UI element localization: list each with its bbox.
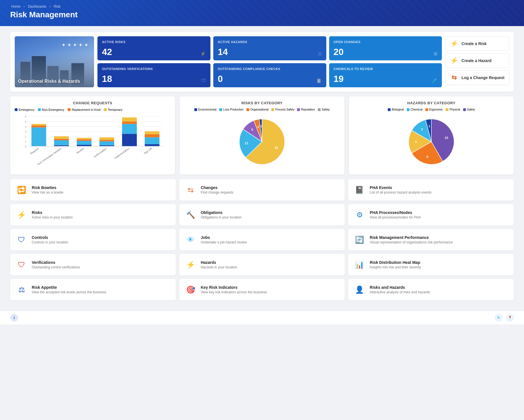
nav-tile-text: Risk Bowties View risk as a bowtie [32,185,63,194]
nav-tile-desc: View key risk indicators across the busi… [201,290,267,294]
nav-tile-text: Verifications Outstanding control verifi… [32,260,80,269]
header: Home › Dashboards › Risk Risk Management [0,0,524,26]
svg-text:1: 1 [25,140,26,143]
nav-tile-desc: Obligations in your location [201,215,242,219]
svg-rect-28 [99,145,114,147]
svg-text:2: 2 [257,125,259,128]
nav-tile-title: Risk Bowties [32,185,63,190]
stat-icon: ⚠ [318,51,322,56]
hazards-by-category-chart: HAZARDS BY CATEGORY BiologicalChemicalEr… [349,96,514,175]
nav-tile-text: Jobs Undertake a job hazard review [201,235,247,244]
nav-tile-text: Risk Management Performance Visual repre… [370,235,453,244]
breadcrumb-home[interactable]: Home [11,5,20,9]
stat-value: 18 [102,74,112,83]
svg-rect-24 [77,141,91,145]
nav-tile-title: Risk Distribution Heat Map [370,260,421,265]
nav-tile-risks[interactable]: ⚡ Risks Active risks in your location [10,204,176,226]
svg-text:5: 5 [25,120,26,123]
nav-tile-title: Verifications [32,260,80,265]
stat-value: 14 [218,47,228,56]
nav-tile-risk-bowties[interactable]: 🔁 Risk Bowties View risk as a bowtie [10,179,176,201]
info-icon[interactable]: i [10,314,18,322]
nav-tile-jobs[interactable]: 👁 Jobs Undertake a job hazard review [179,229,345,251]
nav-tile-text: PHA Events List of all process hazard an… [370,185,431,194]
nav-tile-desc: View all processes/nodes for PHA [370,215,421,219]
action-btn-create-hazard[interactable]: ⚡ Create a Hazard [445,53,509,68]
refresh-icon[interactable]: ↻ [495,314,502,322]
legend-item: Emergency [15,108,35,111]
nav-tile-icon: ⚖ [15,283,28,296]
nav-tile-icon: ⚡ [184,258,197,271]
nav-tile-desc: View the accepted risk levels across the… [32,290,106,294]
nav-tile-title: Changes [201,185,233,190]
stat-icon: ⚡ [200,51,206,56]
svg-rect-18 [54,145,69,147]
svg-text:10: 10 [445,136,448,139]
nav-tile-obligations[interactable]: 🔨 Obligations Obligations in your locati… [179,204,345,226]
pie-legend-item: Physical [446,108,460,111]
svg-rect-34 [122,124,137,134]
stat-tile-chemicals-review: CHEMICALS TO REVIEW 19 🧪 [329,63,442,87]
top-card: ✦ ✦ ✦ ✦ ✦ Operational Risks & Hazards AC… [10,32,514,92]
stat-icon: 🛡 [201,78,206,83]
nav-tile-icon: 📓 [353,184,366,196]
nav-tile-pha-events[interactable]: 📓 PHA Events List of all process hazard … [348,179,514,201]
pie-legend-item: Loss Production [219,108,244,111]
svg-text:4: 4 [415,140,417,143]
nav-tile-risk-appetite[interactable]: ⚖ Risk Appetite View the accepted risk l… [10,279,176,300]
nav-tile-text: Obligations Obligations in your location [201,210,242,219]
svg-rect-40 [145,134,159,137]
nav-tile-icon: 👁 [184,234,197,246]
stat-value: 42 [102,47,112,56]
stat-value: 20 [334,47,344,56]
change-requests-legend: EmergencyNon-EmergencyReplacement in Kin… [15,108,171,111]
svg-rect-15 [31,126,46,128]
svg-text:Authorisation: Authorisation [93,147,107,158]
nav-tile-text: Controls Controls in your location [32,235,68,244]
nav-tile-desc: Controls in your location [32,240,68,244]
nav-tile-pha-processes[interactable]: ⚙ PHA Processes/Nodes View all processes… [348,204,514,226]
action-buttons-group: ⚡ Create a Risk ⚡ Create a Hazard ⇆ Log … [445,36,509,87]
nav-tile-desc: Find change requests [201,190,233,194]
breadcrumb: Home › Dashboards › Risk [10,5,514,9]
stat-icon: ⊞ [434,51,437,56]
svg-rect-29 [99,141,114,145]
svg-rect-38 [145,144,159,146]
svg-rect-41 [145,131,159,135]
pie-legend-item: Process Safety [271,108,294,111]
action-btn-log-change[interactable]: ⇆ Log a Change Request [445,70,509,85]
nav-tile-icon: 🎯 [184,283,197,296]
nav-tile-changes[interactable]: ⇆ Changes Find change requests [179,179,345,201]
stat-tile-open-changes: OPEN CHANGES 20 ⊞ [329,36,442,60]
location-icon[interactable]: 📍 [506,314,514,322]
pie-legend-item: Safety [318,108,330,111]
nav-tile-risks-hazards[interactable]: 👤 Risks and Hazards Interactive analysis… [348,279,514,300]
stat-label: OUTSTANDING VERIFICATIONS [102,67,206,71]
risks-category-title: RISKS BY CATEGORY [184,101,340,105]
breadcrumb-risk[interactable]: Risk [54,5,60,9]
nav-tile-controls[interactable]: 🛡 Controls Controls in your location [10,229,176,251]
nav-tile-text: Key Risk Indicators View key risk indica… [201,285,267,294]
nav-tile-desc: Outstanding control verifications [32,265,80,269]
svg-text:3: 3 [25,130,26,133]
nav-tile-key-risk-indicators[interactable]: 🎯 Key Risk Indicators View key risk indi… [179,279,345,300]
pie-legend-item: Environmental [194,108,216,111]
breadcrumb-dashboards[interactable]: Dashboards [28,5,46,9]
action-btn-create-risk[interactable]: ⚡ Create a Risk [445,36,509,51]
nav-tile-icon: 🔁 [15,184,28,196]
action-btn-label: Create a Hazard [461,58,491,63]
nav-tile-risk-mgmt-performance[interactable]: 🔄 Risk Management Performance Visual rep… [348,229,514,251]
action-btn-label: Log a Change Request [461,75,504,80]
nav-tile-icon: 🛡 [15,258,28,271]
nav-tile-hazards[interactable]: ⚡ Hazards Hazards in your location [179,254,345,275]
nav-tile-risk-distribution[interactable]: 📊 Risk Distribution Heat Map Insights in… [348,254,514,275]
svg-rect-25 [77,139,91,141]
nav-tile-icon: ⚡ [15,209,28,221]
stat-tiles-grid: ACTIVE RISKS 42 ⚡ ACTIVE HAZARDS 14 ⚠ OP… [97,36,442,87]
svg-rect-39 [145,137,159,145]
legend-item: Replacement in Kind [68,108,101,111]
page-title: Risk Management [10,10,514,19]
nav-tile-verifications[interactable]: 🛡 Verifications Outstanding control veri… [10,254,176,275]
svg-text:Request: Request [30,147,39,155]
pie-legend-item: Organisational [246,108,269,111]
